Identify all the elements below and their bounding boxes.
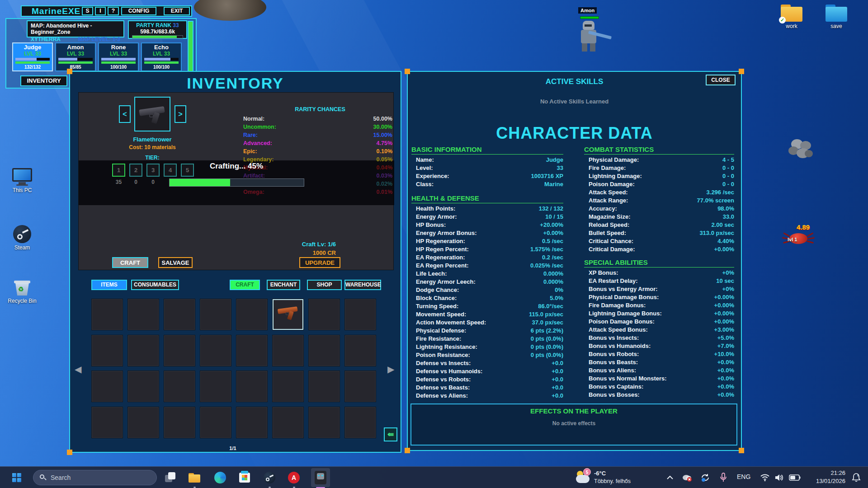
inventory-slot[interactable] xyxy=(200,299,231,330)
inventory-slot[interactable] xyxy=(272,335,304,366)
tray-onedrive-error-icon[interactable] xyxy=(678,469,696,486)
desktop-icon-work[interactable]: ✓ work xyxy=(774,5,809,29)
desktop-icon-this-pc[interactable]: This PC xyxy=(5,168,39,193)
weather-desc[interactable]: Többny. felhős xyxy=(594,478,631,484)
tab-craft[interactable]: CRAFT xyxy=(230,280,260,290)
inventory-slot[interactable] xyxy=(308,335,340,366)
start-button[interactable] xyxy=(8,469,26,486)
inventory-slot[interactable] xyxy=(127,335,159,366)
inventory-slot[interactable] xyxy=(344,335,376,366)
inventory-slot[interactable] xyxy=(236,371,268,402)
inventory-slot[interactable] xyxy=(200,371,231,402)
inventory-slot[interactable] xyxy=(344,299,376,330)
tray-microphone-icon[interactable] xyxy=(714,469,732,486)
party-member-card[interactable]: RoneLVL 33100/100 xyxy=(98,42,139,71)
inventory-slot[interactable] xyxy=(200,407,231,438)
stat-value: +0.00% xyxy=(714,245,734,253)
inventory-slot[interactable] xyxy=(236,407,268,438)
desktop-icon-steam[interactable]: Steam xyxy=(5,225,39,251)
battery-icon[interactable] xyxy=(786,469,804,486)
inventory-toggle-button[interactable]: INVENTORY xyxy=(20,75,67,86)
panel-handle[interactable] xyxy=(405,69,410,74)
rarity-value: 0.10% xyxy=(377,148,392,156)
panel-handle[interactable] xyxy=(739,448,744,453)
clock-date[interactable]: 13/01/2026 xyxy=(805,478,845,484)
tray-chevron-up-icon[interactable] xyxy=(661,469,679,486)
panel-handle[interactable] xyxy=(67,69,72,74)
inventory-slot[interactable] xyxy=(308,299,340,330)
inventory-slot[interactable] xyxy=(91,335,123,366)
prev-weapon-button[interactable]: < xyxy=(119,105,131,123)
close-button[interactable]: CLOSE xyxy=(706,75,736,85)
soldier-nametag: Amon xyxy=(578,7,597,14)
inventory-slot[interactable] xyxy=(236,299,268,330)
inventory-slot[interactable] xyxy=(200,335,231,366)
inventory-slot[interactable] xyxy=(272,371,304,402)
tab-items[interactable]: ITEMS xyxy=(91,280,127,290)
clock-time[interactable]: 21:26 xyxy=(812,469,845,476)
page-next-arrow[interactable]: ▶ xyxy=(387,365,394,374)
inventory-slot[interactable] xyxy=(91,299,123,330)
next-weapon-button[interactable]: > xyxy=(175,105,186,123)
page-prev-arrow[interactable]: ◀ xyxy=(75,365,81,374)
party-member-card[interactable]: AmonLVL 3385/85 xyxy=(55,42,96,71)
tab-enchant[interactable]: ENCHANT xyxy=(267,280,300,290)
rarity-value: 0.02% xyxy=(377,181,392,189)
game-taskbar-button[interactable] xyxy=(311,469,330,486)
inventory-slot[interactable] xyxy=(272,299,304,330)
hud-button-s[interactable]: S xyxy=(82,7,93,15)
weather-widget-icon[interactable]: 5 xyxy=(576,469,592,486)
party-member-card[interactable]: EchoLVL 33100/100 xyxy=(141,42,182,71)
steam-taskbar-button[interactable] xyxy=(260,469,278,486)
party-member-name: Judge xyxy=(13,44,52,51)
config-button[interactable]: CONFIG xyxy=(121,7,156,15)
stat-value: +0.00% xyxy=(714,301,734,310)
panel-handle[interactable] xyxy=(405,448,410,453)
soldier-sprite: Amon xyxy=(565,6,614,60)
store-button[interactable] xyxy=(236,469,254,486)
inventory-slot[interactable] xyxy=(164,299,195,330)
inventory-slot[interactable] xyxy=(164,371,195,402)
inventory-slot[interactable] xyxy=(344,371,376,402)
inventory-slot[interactable] xyxy=(127,299,159,330)
edge-button[interactable] xyxy=(211,469,229,486)
desktop-icon-save[interactable]: save xyxy=(819,5,854,29)
inventory-slot[interactable] xyxy=(308,407,340,438)
salvage-button[interactable]: SALVAGE xyxy=(158,257,193,268)
inventory-slot[interactable] xyxy=(127,407,159,438)
tray-sync-icon[interactable] xyxy=(696,469,714,486)
inventory-slot[interactable] xyxy=(164,407,195,438)
inventory-slot[interactable] xyxy=(344,407,376,438)
panel-handle[interactable] xyxy=(67,450,72,455)
file-explorer-button[interactable] xyxy=(185,469,203,486)
weather-temp[interactable]: -6°C xyxy=(594,470,606,477)
stat-value: 0 pts (0.0%) xyxy=(531,343,563,351)
inventory-slot[interactable] xyxy=(91,407,123,438)
inventory-slot[interactable] xyxy=(127,371,159,402)
hud-button-i[interactable]: I xyxy=(95,7,106,15)
inventory-slot[interactable] xyxy=(91,371,123,402)
task-view-button[interactable] xyxy=(161,469,179,486)
panel-handle[interactable] xyxy=(739,69,744,74)
language-indicator[interactable]: ENG xyxy=(737,473,750,480)
inventory-slot[interactable] xyxy=(308,371,340,402)
craft-button[interactable]: CRAFT xyxy=(112,257,148,268)
search-input[interactable]: Search xyxy=(33,470,157,485)
tab-warehouse[interactable]: WAREHOUSE xyxy=(344,280,381,290)
transfer-to-warehouse-icon[interactable]: ⇚ xyxy=(384,427,397,441)
hud-button-help[interactable]: ? xyxy=(108,7,119,15)
special-abilities-section: SPECIAL ABILITIESXP Bonus:+0%EA Restart … xyxy=(584,258,734,399)
exit-button[interactable]: EXIT xyxy=(164,7,190,15)
rock-cluster-sprite xyxy=(788,137,816,165)
tab-shop[interactable]: SHOP xyxy=(307,280,342,290)
inventory-slot[interactable] xyxy=(272,407,304,438)
desktop-icon-recycle-bin[interactable]: ♻ Recycle Bin xyxy=(5,278,39,304)
stat-row: Attack Speed Bonus:+3.00% xyxy=(584,326,734,334)
inventory-slot[interactable] xyxy=(236,335,268,366)
red-app-button[interactable]: A xyxy=(285,469,303,486)
inventory-slot[interactable] xyxy=(164,335,195,366)
upgrade-button[interactable]: UPGRADE xyxy=(299,257,340,268)
do-not-disturb-bell-icon[interactable]: z xyxy=(847,469,865,486)
tab-consumables[interactable]: CONSUMABLES xyxy=(131,280,179,290)
party-member-card[interactable]: JudgeLVL 33132/132 xyxy=(12,42,53,71)
